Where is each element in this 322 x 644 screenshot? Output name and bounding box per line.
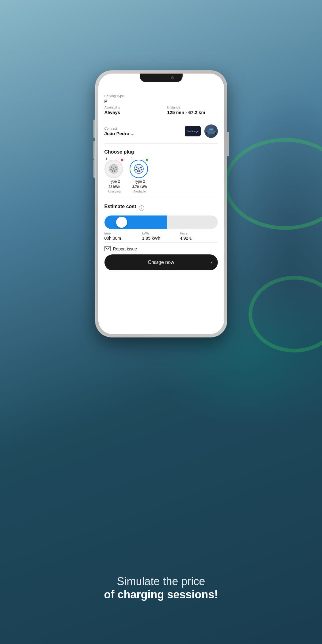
plug-label-2: Type 2 xyxy=(134,179,145,184)
phone-screen: Parking Type P Availability Always Dista… xyxy=(98,74,224,334)
contract-badge[interactable]: GioCharge xyxy=(185,126,201,136)
plug-number-2: 2 xyxy=(131,157,133,161)
time-label: time xyxy=(104,231,142,235)
toggle-thumb xyxy=(116,217,127,228)
plug-status-2: Available xyxy=(133,190,146,193)
parking-type-label: Parking Type xyxy=(104,94,218,98)
availability-col: Availability Always xyxy=(104,105,155,115)
contract-right: GioCharge xyxy=(185,124,218,138)
contract-name: João Pedro ... xyxy=(104,131,185,136)
svg-rect-1 xyxy=(206,132,207,134)
plug-status-dot-1 xyxy=(120,158,123,162)
divider-3 xyxy=(104,198,218,198)
bottom-line1: Simulate the price xyxy=(69,575,253,588)
plug-kwh-2: 3.70 kWh xyxy=(132,185,147,189)
plug-kwh-1: 22 kWh xyxy=(108,185,120,189)
plug-icon-wrap-1: 1 xyxy=(104,158,125,178)
plug-section: Choose plug 1 xyxy=(104,147,218,195)
estimate-section: Estimate cost i time 00h:30m xyxy=(104,201,218,242)
kwh-label: kWh xyxy=(142,231,180,235)
charge-now-button[interactable]: Charge now › xyxy=(104,254,218,270)
plug-circle-1 xyxy=(104,160,123,178)
plug-item-1[interactable]: 1 xyxy=(104,158,125,193)
estimate-title: Estimate cost xyxy=(104,204,136,209)
notch xyxy=(140,74,183,82)
svg-point-5 xyxy=(111,167,112,168)
charge-chevron-icon: › xyxy=(210,260,212,265)
svg-point-15 xyxy=(135,169,137,170)
divider-2 xyxy=(104,143,218,144)
estimate-toggle[interactable] xyxy=(104,215,218,229)
svg-point-10 xyxy=(114,170,115,172)
svg-point-13 xyxy=(136,167,137,168)
contract-label: Contract xyxy=(104,127,185,130)
svg-point-6 xyxy=(115,167,116,168)
price-label: Price xyxy=(180,231,218,235)
kwh-value: 1.85 kWh xyxy=(142,236,180,241)
price-value: 4.92 € xyxy=(180,236,218,241)
front-camera xyxy=(171,76,174,79)
svg-point-19 xyxy=(138,168,139,170)
svg-rect-20 xyxy=(104,246,111,251)
contract-badge-text: GioCharge xyxy=(187,130,198,132)
svg-point-8 xyxy=(116,169,117,170)
svg-point-17 xyxy=(137,170,138,172)
car-icon xyxy=(205,127,217,135)
svg-point-14 xyxy=(140,167,142,168)
plug-label-1: Type 2 xyxy=(109,179,120,184)
estimate-title-row: Estimate cost i xyxy=(104,204,218,212)
svg-rect-0 xyxy=(206,131,215,134)
top-divider xyxy=(104,88,218,88)
plugs-row: 1 xyxy=(104,158,218,193)
phone-shell: Parking Type P Availability Always Dista… xyxy=(95,70,227,337)
bottom-line2: of charging sessions! xyxy=(69,588,253,601)
svg-rect-3 xyxy=(209,128,213,130)
distance-col: Distance 125 min - 67.2 km xyxy=(167,105,218,115)
plug-status-1: Charging xyxy=(108,190,121,193)
plug-item-2[interactable]: 2 xyxy=(130,158,150,193)
svg-point-11 xyxy=(113,168,114,170)
parking-type-section: Parking Type P xyxy=(104,91,218,105)
kwh-col: kWh 1.85 kWh xyxy=(142,231,180,241)
svg-point-16 xyxy=(141,169,142,170)
bottom-text: Simulate the price of charging sessions! xyxy=(69,575,253,601)
screen-content: Parking Type P Availability Always Dista… xyxy=(98,74,224,334)
info-icon[interactable]: i xyxy=(139,205,144,211)
svg-point-18 xyxy=(139,170,140,172)
contract-row: Contract João Pedro ... GioCharge xyxy=(104,121,218,140)
phone: Parking Type P Availability Always Dista… xyxy=(95,70,227,337)
price-col: Price 4.92 € xyxy=(180,231,218,241)
plug-number-1: 1 xyxy=(106,157,108,161)
choose-plug-title: Choose plug xyxy=(104,149,218,155)
divider-1 xyxy=(104,118,218,118)
cost-breakdown: time 00h:30m kWh 1.85 kWh Price 4.92 € xyxy=(104,231,218,241)
parking-type-value: P xyxy=(104,98,218,104)
plug-svg-1 xyxy=(108,163,119,174)
distance-label: Distance xyxy=(167,105,218,109)
report-row[interactable]: Report issue xyxy=(104,242,218,254)
svg-point-7 xyxy=(110,169,112,170)
plug-status-dot-2 xyxy=(146,158,149,162)
plug-icon-wrap-2: 2 xyxy=(130,158,150,178)
contract-left: Contract João Pedro ... xyxy=(104,127,185,136)
charge-now-label: Charge now xyxy=(148,260,174,265)
availability-distance-row: Availability Always Distance 125 min - 6… xyxy=(104,105,218,115)
time-value: 00h:30m xyxy=(104,236,142,241)
plug-svg-2 xyxy=(133,163,144,174)
svg-rect-2 xyxy=(214,132,216,134)
distance-value: 125 min - 67.2 km xyxy=(167,110,218,115)
plug-circle-2 xyxy=(130,160,148,178)
time-col: time 00h:30m xyxy=(104,231,142,241)
car-avatar xyxy=(204,124,218,138)
svg-point-9 xyxy=(112,170,113,172)
envelope-icon xyxy=(104,246,111,251)
report-label: Report issue xyxy=(113,246,137,251)
availability-value: Always xyxy=(104,110,155,115)
availability-label: Availability xyxy=(104,105,155,109)
